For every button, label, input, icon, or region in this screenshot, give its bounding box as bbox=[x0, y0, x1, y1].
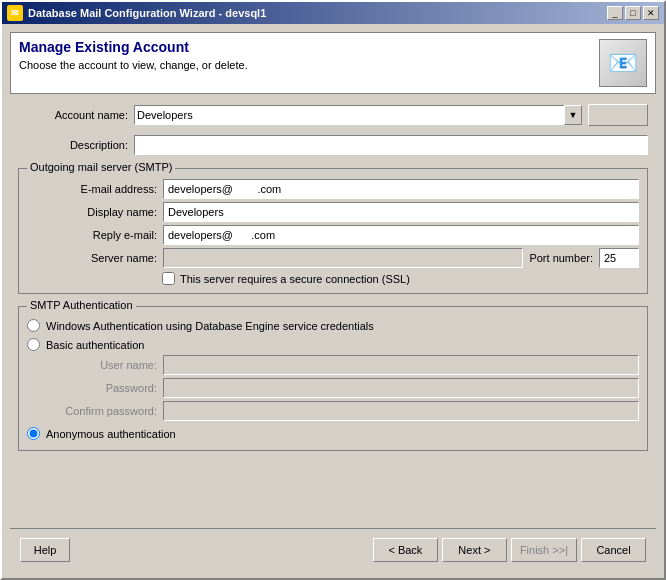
ssl-row: This server requires a secure connection… bbox=[27, 272, 639, 285]
finish-button[interactable]: Finish >>| bbox=[511, 538, 577, 562]
confirm-password-row: Confirm password: bbox=[57, 401, 639, 421]
bottom-bar: Help < Back Next > Finish >>| Cancel bbox=[10, 528, 656, 570]
auth-group-label: SMTP Authentication bbox=[27, 299, 136, 311]
basic-auth-row: Basic authentication bbox=[27, 338, 639, 351]
server-name-input[interactable] bbox=[163, 248, 523, 268]
page-title: Manage Existing Account bbox=[19, 39, 248, 55]
next-button[interactable]: Next > bbox=[442, 538, 507, 562]
confirm-password-label: Confirm password: bbox=[57, 405, 157, 417]
server-name-label: Server name: bbox=[27, 252, 157, 264]
window-title: Database Mail Configuration Wizard - dev… bbox=[28, 7, 266, 19]
windows-auth-radio[interactable] bbox=[27, 319, 40, 332]
display-name-label: Display name: bbox=[27, 206, 157, 218]
page-subtitle: Choose the account to view, change, or d… bbox=[19, 59, 248, 71]
close-button[interactable]: ✕ bbox=[643, 6, 659, 20]
window-controls: _ □ ✕ bbox=[607, 6, 659, 20]
account-name-row: Account name: Developers ▼ bbox=[18, 104, 648, 126]
reply-email-row: Reply e-mail: bbox=[27, 225, 639, 245]
account-name-select-wrapper: Developers ▼ bbox=[134, 105, 582, 125]
username-row: User name: bbox=[57, 355, 639, 375]
account-name-label: Account name: bbox=[18, 109, 128, 121]
back-button[interactable]: < Back bbox=[373, 538, 438, 562]
window-icon: ✉ bbox=[7, 5, 23, 21]
reply-email-label: Reply e-mail: bbox=[27, 229, 157, 241]
email-address-input[interactable] bbox=[163, 179, 639, 199]
minimize-button[interactable]: _ bbox=[607, 6, 623, 20]
windows-auth-label[interactable]: Windows Authentication using Database En… bbox=[46, 320, 374, 332]
anon-auth-label[interactable]: Anonymous authentication bbox=[46, 428, 176, 440]
account-name-select[interactable]: Developers bbox=[134, 105, 582, 125]
delete-button[interactable] bbox=[588, 104, 648, 126]
smtp-group: Outgoing mail server (SMTP) E-mail addre… bbox=[18, 168, 648, 294]
password-input[interactable] bbox=[163, 378, 639, 398]
username-input[interactable] bbox=[163, 355, 639, 375]
header-section: Manage Existing Account Choose the accou… bbox=[10, 32, 656, 94]
help-button[interactable]: Help bbox=[20, 538, 70, 562]
smtp-auth-group: SMTP Authentication Windows Authenticati… bbox=[18, 306, 648, 451]
form-area: Account name: Developers ▼ Description: … bbox=[10, 100, 656, 522]
display-name-input[interactable] bbox=[163, 202, 639, 222]
ssl-label[interactable]: This server requires a secure connection… bbox=[180, 273, 410, 285]
basic-auth-label[interactable]: Basic authentication bbox=[46, 339, 144, 351]
reply-email-input[interactable] bbox=[163, 225, 639, 245]
ssl-checkbox[interactable] bbox=[162, 272, 175, 285]
content-area: Manage Existing Account Choose the accou… bbox=[2, 24, 664, 578]
title-bar: ✉ Database Mail Configuration Wizard - d… bbox=[2, 2, 664, 24]
description-input[interactable] bbox=[134, 135, 648, 155]
maximize-button[interactable]: □ bbox=[625, 6, 641, 20]
email-address-row: E-mail address: bbox=[27, 179, 639, 199]
description-label: Description: bbox=[18, 139, 128, 151]
nav-buttons: < Back Next > Finish >>| Cancel bbox=[373, 538, 646, 562]
windows-auth-row: Windows Authentication using Database En… bbox=[27, 319, 639, 332]
anon-auth-row: Anonymous authentication bbox=[27, 427, 639, 440]
smtp-group-label: Outgoing mail server (SMTP) bbox=[27, 161, 175, 173]
email-address-label: E-mail address: bbox=[27, 183, 157, 195]
username-label: User name: bbox=[57, 359, 157, 371]
header-icon: 📧 bbox=[599, 39, 647, 87]
password-row: Password: bbox=[57, 378, 639, 398]
display-name-row: Display name: bbox=[27, 202, 639, 222]
port-number-label: Port number: bbox=[529, 252, 593, 264]
description-row: Description: bbox=[18, 135, 648, 155]
port-number-input[interactable] bbox=[599, 248, 639, 268]
cancel-button[interactable]: Cancel bbox=[581, 538, 646, 562]
server-name-row: Server name: Port number: bbox=[27, 248, 639, 268]
main-window: ✉ Database Mail Configuration Wizard - d… bbox=[0, 0, 666, 580]
password-label: Password: bbox=[57, 382, 157, 394]
confirm-password-input[interactable] bbox=[163, 401, 639, 421]
basic-auth-radio[interactable] bbox=[27, 338, 40, 351]
anon-auth-radio[interactable] bbox=[27, 427, 40, 440]
